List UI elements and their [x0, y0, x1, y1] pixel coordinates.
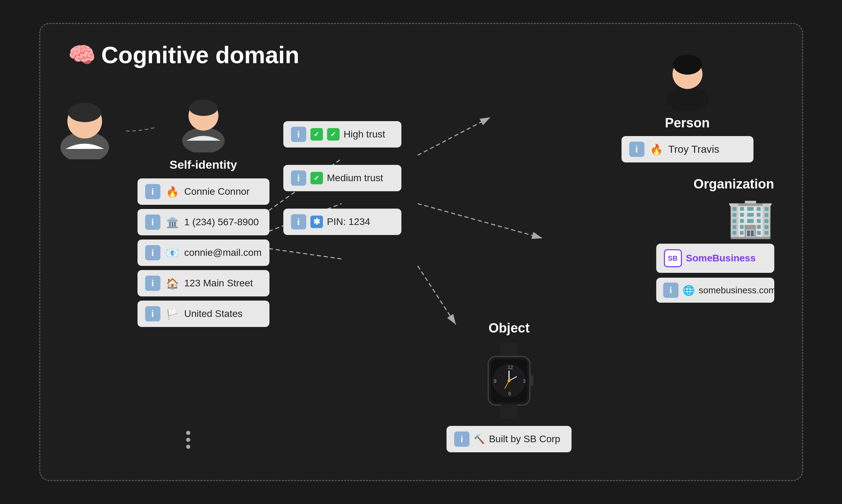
info-btn-email[interactable]: i — [145, 245, 160, 260]
sb-abbr: SB — [668, 254, 678, 262]
hammer-icon: 🔨 — [474, 434, 485, 445]
identity-cards: i 🔥 Connie Connor i 🏛️ 1 (234) 567-8900 … — [137, 178, 269, 327]
asterisk-icon: ✱ — [310, 216, 323, 228]
pin-card: i ✱ PIN: 1234 — [283, 209, 401, 235]
svg-text:9: 9 — [494, 378, 497, 384]
info-btn-address[interactable]: i — [145, 276, 160, 291]
high-trust-card: i ✓ ✓ High trust — [283, 121, 401, 148]
svg-text:6: 6 — [508, 391, 511, 396]
info-btn-high-trust[interactable]: i — [291, 127, 306, 142]
dot-3 — [186, 445, 190, 449]
svg-line-4 — [269, 249, 341, 259]
address-card: i 🏠 123 Main Street — [137, 270, 269, 296]
business-name: SomeBusiness — [686, 253, 756, 264]
svg-rect-29 — [500, 404, 518, 419]
country-card: i 🏳️ United States — [137, 301, 269, 327]
url-value: somebusiness.com — [699, 285, 776, 296]
self-identity-section: Self-identity i 🔥 Connie Connor i 🏛️ 1 (… — [137, 86, 269, 327]
high-trust-label: High trust — [344, 129, 385, 140]
svg-point-15 — [673, 54, 702, 75]
fire-icon-troy: 🔥 — [650, 143, 663, 156]
phone-card: i 🏛️ 1 (234) 567-8900 — [137, 209, 269, 235]
info-btn-pin[interactable]: i — [291, 214, 306, 229]
organization-section: Organization 🏢 SB SomeBusiness i 🌐 someb… — [656, 177, 774, 303]
address-value: 123 Main Street — [184, 278, 253, 289]
watch-icon: 12 3 6 9 — [478, 343, 540, 419]
dot-2 — [186, 438, 190, 442]
org-label: Organization — [656, 177, 774, 192]
somebusiness-card: SB SomeBusiness — [656, 244, 774, 273]
medium-trust-card: i ✓ Medium trust — [283, 165, 401, 191]
name-value: Connie Connor — [184, 186, 250, 197]
person-label: Person — [622, 116, 753, 131]
info-btn-name[interactable]: i — [145, 184, 160, 199]
globe-icon: 🌐 — [683, 285, 695, 296]
external-user-avatar — [50, 90, 119, 161]
pin-label: PIN: 1234 — [327, 216, 370, 227]
phone-icon: 🏛️ — [166, 216, 179, 228]
more-dots — [186, 431, 190, 449]
object-label: Object — [447, 321, 572, 336]
trust-section: i ✓ ✓ High trust i ✓ Medium trust i ✱ PI… — [283, 121, 401, 235]
svg-point-13 — [666, 86, 708, 111]
page-title: Cognitive domain — [101, 41, 299, 68]
email-card: i 📧 connie@mail.com — [137, 240, 269, 266]
brain-emoji: 🧠 — [68, 42, 96, 68]
building-icon: 🏢 — [656, 199, 774, 237]
built-by-card: i 🔨 Built by SB Corp — [447, 426, 572, 452]
info-btn-url[interactable]: i — [663, 283, 678, 298]
sb-logo: SB — [664, 249, 682, 267]
svg-point-27 — [508, 379, 510, 382]
country-value: United States — [184, 308, 243, 319]
built-by-text: Built by SB Corp — [489, 434, 560, 445]
phone-value: 1 (234) 567-8900 — [184, 217, 259, 228]
house-icon: 🏠 — [166, 277, 179, 289]
info-btn-country[interactable]: i — [145, 306, 160, 321]
url-card: i 🌐 somebusiness.com — [656, 278, 774, 303]
medium-trust-label: Medium trust — [327, 173, 383, 184]
info-btn-troy[interactable]: i — [629, 142, 644, 157]
check-icon-1: ✓ — [310, 128, 323, 141]
svg-point-12 — [189, 100, 218, 116]
title-section: 🧠 Cognitive domain — [68, 41, 299, 68]
email-icon: 📧 — [166, 247, 179, 259]
svg-text:3: 3 — [523, 378, 526, 384]
svg-rect-28 — [529, 376, 533, 386]
dot-1 — [186, 431, 190, 435]
info-btn-phone[interactable]: i — [145, 215, 160, 230]
svg-point-9 — [68, 103, 101, 122]
person-section: Person i 🔥 Troy Travis — [622, 45, 753, 162]
troy-travis-name: Troy Travis — [668, 143, 719, 155]
object-section: Object 12 3 6 9 — [447, 321, 572, 452]
name-card: i 🔥 Connie Connor — [137, 178, 269, 205]
info-btn-medium-trust[interactable]: i — [291, 170, 306, 186]
svg-text:12: 12 — [508, 364, 513, 370]
flag-icon: 🏳️ — [166, 308, 179, 320]
svg-line-3 — [418, 204, 542, 238]
svg-line-5 — [418, 266, 456, 325]
self-identity-label: Self-identity — [137, 158, 269, 171]
troy-travis-card: i 🔥 Troy Travis — [622, 136, 753, 162]
svg-line-1 — [418, 117, 490, 156]
check-icon-2: ✓ — [327, 128, 340, 141]
email-value: connie@mail.com — [184, 247, 262, 258]
svg-rect-16 — [500, 343, 518, 358]
info-btn-built-by[interactable]: i — [454, 431, 469, 447]
fire-icon: 🔥 — [166, 186, 179, 198]
main-container: 🧠 Cognitive domain Self-identity i — [39, 23, 803, 481]
check-icon-medium: ✓ — [310, 172, 323, 184]
